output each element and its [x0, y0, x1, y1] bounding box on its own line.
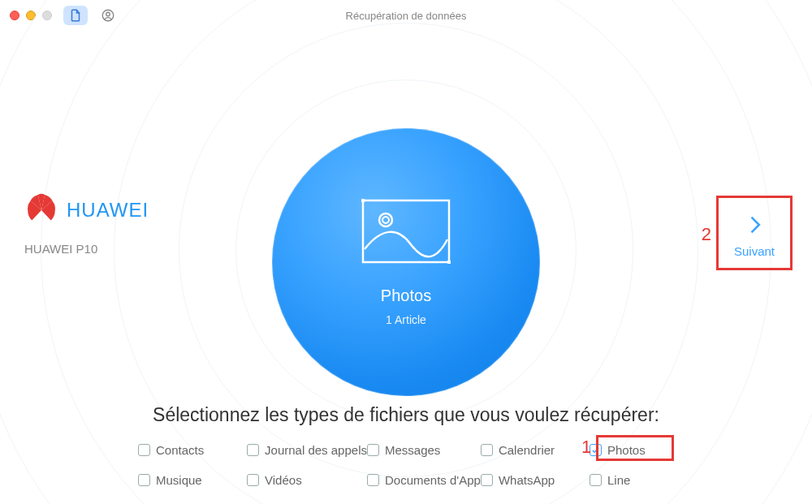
- checkbox-messages[interactable]: [367, 444, 379, 456]
- next-label: Suivant: [734, 244, 775, 258]
- option-label-messages: Messages: [385, 443, 440, 457]
- svg-point-3: [379, 213, 392, 226]
- option-music[interactable]: Musique: [138, 473, 247, 487]
- checkbox-photos[interactable]: [590, 444, 602, 456]
- option-label-whatsapp: WhatsApp: [499, 473, 555, 487]
- gear-person-icon: [101, 8, 115, 23]
- checkbox-music[interactable]: [138, 474, 150, 486]
- device-model: HUAWEI P10: [24, 242, 149, 256]
- option-label-line: Line: [607, 473, 630, 487]
- checkbox-calllog[interactable]: [247, 444, 259, 456]
- option-label-music: Musique: [156, 473, 202, 487]
- checkbox-videos[interactable]: [247, 474, 259, 486]
- chevron-right-icon: [743, 213, 766, 236]
- next-button[interactable]: Suivant: [723, 213, 785, 258]
- svg-point-5: [447, 260, 451, 264]
- checkbox-line[interactable]: [590, 474, 602, 486]
- maximize-window-button[interactable]: [42, 11, 52, 20]
- device-panel: HUAWEI HUAWEI P10: [24, 193, 149, 256]
- file-type-options: ContactsJournal des appelsMessagesCalend…: [138, 443, 698, 487]
- checkbox-calendar[interactable]: [481, 444, 493, 456]
- annotation-number-2: 2: [702, 224, 711, 245]
- category-circle: Photos 1 Article: [272, 128, 540, 396]
- option-calendar[interactable]: Calendrier: [481, 443, 590, 457]
- svg-point-1: [106, 12, 110, 16]
- option-label-photos: Photos: [607, 443, 646, 457]
- option-label-videos: Vidéos: [265, 473, 302, 487]
- svg-point-4: [361, 199, 365, 203]
- option-line[interactable]: Line: [590, 473, 698, 487]
- checkbox-contacts[interactable]: [138, 444, 150, 456]
- option-appdocs[interactable]: Documents d'App: [367, 473, 481, 487]
- category-count: 1 Article: [386, 313, 426, 326]
- huawei-logo-icon: [24, 193, 58, 227]
- select-prompt: Sélectionnez les types de fichiers que v…: [0, 404, 812, 426]
- minimize-window-button[interactable]: [26, 11, 36, 20]
- document-icon: [68, 8, 83, 23]
- mode-recover-button[interactable]: [63, 6, 88, 25]
- window-controls: [10, 11, 52, 20]
- option-contacts[interactable]: Contacts: [138, 443, 247, 457]
- option-calllog[interactable]: Journal des appels: [247, 443, 367, 457]
- device-brand: HUAWEI: [67, 199, 149, 222]
- option-label-calendar: Calendrier: [499, 443, 555, 457]
- category-name: Photos: [381, 286, 431, 305]
- check-icon: [591, 446, 600, 454]
- option-label-calllog: Journal des appels: [265, 443, 367, 457]
- titlebar: Récupération de données: [0, 0, 812, 31]
- option-label-contacts: Contacts: [156, 443, 204, 457]
- window-title: Récupération de données: [0, 10, 812, 22]
- close-window-button[interactable]: [10, 11, 19, 20]
- photo-icon: [361, 199, 451, 264]
- option-label-appdocs: Documents d'App: [385, 473, 481, 487]
- option-photos[interactable]: Photos: [590, 443, 698, 457]
- mode-secondary-button[interactable]: [96, 6, 120, 25]
- option-messages[interactable]: Messages: [367, 443, 481, 457]
- option-whatsapp[interactable]: WhatsApp: [481, 473, 590, 487]
- checkbox-whatsapp[interactable]: [481, 474, 493, 486]
- checkbox-appdocs[interactable]: [367, 474, 379, 486]
- option-videos[interactable]: Vidéos: [247, 473, 367, 487]
